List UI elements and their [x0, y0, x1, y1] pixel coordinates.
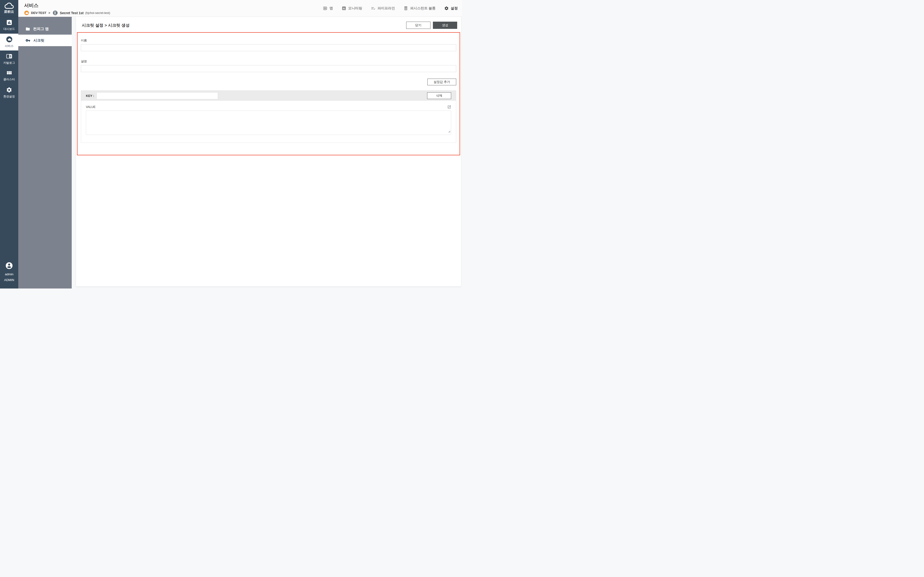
subsidebar-item-secret[interactable]: 시크릿 [18, 35, 72, 46]
secret-stack-icon [52, 10, 58, 16]
delete-button[interactable]: 삭제 [427, 92, 451, 99]
user-block[interactable]: admin ADMIN [0, 262, 18, 282]
breadcrumb-project[interactable]: DEV-TEST [31, 11, 47, 15]
secret-form: 이름 설명 설정값 추가 KEY : 삭제 VALUE [77, 32, 460, 155]
sidebar-item-catalog[interactable]: 카탈로그 [0, 50, 18, 67]
breadcrumb: DEV-TEST > Secret Test 1st (hjchoi-secre… [24, 10, 110, 16]
name-input[interactable] [81, 44, 456, 51]
content-card: 시크릿 설정 > 시크릿 생성 닫기 생성 이름 설명 설정값 추가 KEY : [76, 17, 461, 286]
user-role: ADMIN [4, 278, 14, 282]
create-button[interactable]: 생성 [433, 22, 457, 29]
value-area: VALUE [81, 101, 456, 143]
top-header: 서비스 DEV-TEST > Secret Test 1st (hjchoi-s… [18, 0, 462, 17]
app-logo[interactable]: 层积云 [0, 0, 18, 17]
map-icon [323, 6, 328, 11]
add-value-button[interactable]: 설정값 추가 [427, 79, 456, 85]
service-cloud-icon [6, 36, 13, 43]
description-label: 설명 [81, 60, 456, 63]
settings-gear-icon [444, 6, 449, 11]
sidebar-item-label: 클러스터 [3, 77, 15, 82]
pipeline-icon [371, 6, 376, 11]
value-label: VALUE [86, 105, 95, 109]
key-label: KEY : [86, 94, 94, 98]
key-value-group: KEY : 삭제 VALUE [81, 90, 456, 143]
primary-sidebar: 层积云 대시보드 서비스 카탈로그 클러스터 환경설정 admi [0, 0, 18, 288]
nav-item-map[interactable]: 맵 [323, 6, 333, 11]
subsidebar-item-label: 시크릿 [34, 38, 44, 43]
nav-item-persistent-volume[interactable]: 퍼시스턴트 볼륨 [404, 6, 436, 11]
name-label: 이름 [81, 39, 456, 43]
subsidebar-item-configmap[interactable]: 컨피그 맵 [18, 23, 72, 35]
sidebar-item-dashboard[interactable]: 대시보드 [0, 17, 18, 34]
nav-item-label: 모니터링 [348, 6, 362, 11]
folder-icon [26, 27, 30, 31]
nav-item-label: 설정 [451, 6, 458, 11]
monitoring-icon [342, 6, 346, 11]
nav-item-monitoring[interactable]: 모니터링 [342, 6, 362, 11]
nav-item-pipeline[interactable]: 파이프라인 [371, 6, 395, 11]
user-name: admin [5, 272, 13, 276]
open-in-new-icon[interactable] [447, 105, 451, 109]
breadcrumb-separator: > [48, 11, 50, 15]
breadcrumb-name[interactable]: Secret Test 1st [60, 11, 84, 15]
sidebar-item-preferences[interactable]: 환경설정 [0, 84, 18, 101]
key-icon [26, 38, 30, 43]
nav-item-label: 퍼시스턴트 볼륨 [410, 6, 436, 11]
nav-item-label: 파이프라인 [378, 6, 395, 11]
user-avatar-icon [5, 262, 13, 269]
nav-item-settings[interactable]: 설정 [444, 6, 458, 11]
dashboard-icon [6, 19, 12, 26]
logo-cloud-icon [5, 3, 14, 9]
key-input[interactable] [97, 92, 218, 99]
description-input[interactable] [81, 65, 456, 72]
key-row: KEY : 삭제 [81, 91, 456, 101]
sidebar-item-label: 환경설정 [3, 95, 15, 98]
content-area: 시크릿 설정 > 시크릿 생성 닫기 생성 이름 설명 설정값 추가 KEY : [72, 17, 462, 288]
gear-icon [6, 87, 12, 93]
secondary-sidebar: 컨피그 맵 시크릿 [18, 17, 72, 288]
breadcrumb-id: (hjchoi-secret-test) [85, 11, 110, 15]
sidebar-item-label: 서비스 [5, 44, 13, 48]
close-button[interactable]: 닫기 [406, 22, 430, 29]
section-breadcrumb-title: 시크릿 설정 > 시크릿 생성 [82, 23, 130, 28]
cluster-grid-icon [6, 70, 12, 76]
page-title: 서비스 [24, 2, 110, 9]
value-textarea[interactable] [86, 111, 451, 135]
sidebar-item-cluster[interactable]: 클러스터 [0, 67, 18, 84]
persistent-volume-icon [404, 6, 408, 11]
logo-text: 层积云 [4, 10, 14, 14]
sidebar-item-service[interactable]: 서비스 [0, 34, 18, 50]
nav-item-label: 맵 [330, 6, 333, 11]
subsidebar-item-label: 컨피그 맵 [33, 27, 48, 31]
top-navigation: 맵 모니터링 파이프라인 퍼시스턴트 볼륨 설정 [323, 0, 462, 16]
sidebar-item-label: 대시보드 [3, 27, 15, 31]
catalog-icon [6, 53, 12, 60]
sidebar-item-label: 카탈로그 [3, 61, 15, 65]
project-cloud-icon [24, 10, 29, 15]
